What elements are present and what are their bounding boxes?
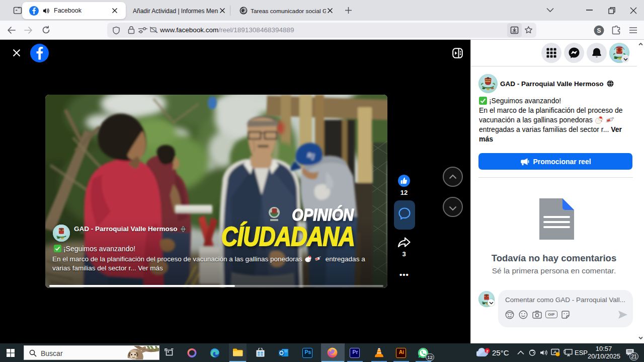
svg-text:S: S <box>597 27 601 34</box>
svg-text:2: 2 <box>486 349 489 353</box>
